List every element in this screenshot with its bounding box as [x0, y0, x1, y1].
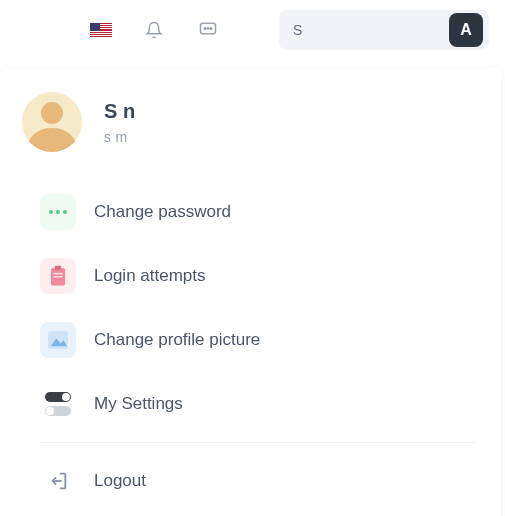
menu-label: Change password [94, 202, 231, 222]
profile-header: S n s m [0, 68, 501, 174]
avatar [22, 92, 82, 152]
menu-label: My Settings [94, 394, 183, 414]
topbar-user-short-name: S [293, 22, 302, 38]
menu-login-attempts[interactable]: Login attempts [0, 244, 501, 308]
chat-icon [198, 21, 218, 39]
menu-my-settings[interactable]: My Settings [0, 372, 501, 436]
menu-label: Change profile picture [94, 330, 260, 350]
messages-button[interactable] [196, 18, 220, 42]
menu-label: Logout [94, 471, 146, 491]
menu-change-picture[interactable]: Change profile picture [0, 308, 501, 372]
bell-icon [145, 21, 163, 39]
user-menu: Change password Login attempts Change [0, 174, 501, 513]
svg-rect-5 [55, 266, 61, 270]
menu-logout[interactable]: Logout [0, 449, 501, 513]
svg-rect-7 [53, 276, 62, 278]
profile-text: S n s m [104, 100, 135, 145]
flag-us-icon[interactable] [90, 23, 112, 37]
notifications-button[interactable] [142, 18, 166, 42]
profile-fullname: S n [104, 100, 135, 123]
avatar-initial: A [460, 21, 472, 39]
logout-icon [40, 463, 76, 499]
menu-label: Login attempts [94, 266, 206, 286]
svg-rect-6 [53, 273, 62, 275]
clipboard-icon [40, 258, 76, 294]
profile-email: s m [104, 129, 135, 145]
toggles-icon [40, 386, 76, 422]
menu-change-password[interactable]: Change password [0, 180, 501, 244]
topbar: S A [0, 0, 505, 60]
user-menu-trigger[interactable]: S A [279, 10, 489, 50]
image-icon [40, 322, 76, 358]
svg-rect-8 [48, 331, 68, 349]
user-dropdown-panel: S n s m Change password [0, 68, 501, 516]
svg-point-3 [210, 28, 212, 30]
menu-separator [40, 442, 477, 443]
svg-point-1 [204, 28, 206, 30]
avatar-initial-badge: A [449, 13, 483, 47]
dots-icon [40, 194, 76, 230]
svg-point-2 [207, 28, 209, 30]
